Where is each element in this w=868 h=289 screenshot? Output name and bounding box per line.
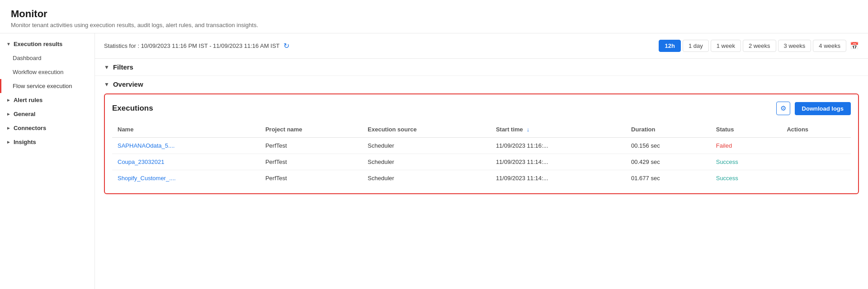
- chevron-right-icon: ►: [6, 98, 11, 103]
- executions-actions: ⚙ Download logs: [776, 102, 851, 115]
- col-name: Name: [112, 121, 260, 138]
- page-header: Monitor Monitor tenant activities using …: [0, 0, 868, 33]
- col-start-time[interactable]: Start time ↓: [491, 121, 626, 138]
- cell-duration: 00.156 sec: [626, 138, 711, 154]
- time-btn-3weeks[interactable]: 3 weeks: [778, 40, 811, 52]
- cell-execution-source: Scheduler: [362, 170, 491, 186]
- cell-actions: [781, 154, 851, 170]
- cell-duration: 01.677 sec: [626, 170, 711, 186]
- cell-actions: [781, 138, 851, 154]
- overview-chevron-icon: ▼: [104, 81, 109, 88]
- sidebar: ▼ Execution results Dashboard Workflow e…: [0, 33, 95, 289]
- sidebar-group-alert-rules[interactable]: ► Alert rules: [0, 93, 94, 107]
- sidebar-section-execution-results: ▼ Execution results Dashboard Workflow e…: [0, 37, 94, 93]
- cell-name[interactable]: Coupa_23032021: [112, 154, 260, 170]
- time-btn-1day[interactable]: 1 day: [683, 40, 709, 52]
- sidebar-group-insights[interactable]: ► Insights: [0, 135, 94, 149]
- refresh-icon[interactable]: ↻: [283, 42, 289, 50]
- time-btn-12h[interactable]: 12h: [659, 40, 680, 52]
- sidebar-group-label: Execution results: [14, 41, 62, 47]
- col-actions: Actions: [781, 121, 851, 138]
- sidebar-item-flow-service-execution[interactable]: Flow service execution: [0, 79, 94, 93]
- sidebar-connectors-label: Connectors: [14, 125, 46, 131]
- cell-project-name: PerfTest: [260, 170, 362, 186]
- page-subtitle: Monitor tenant activities using executio…: [11, 22, 857, 28]
- cell-name[interactable]: Shopify_Customer_....: [112, 170, 260, 186]
- executions-container: Executions ⚙ Download logs Name Project …: [104, 93, 859, 194]
- overview-label: Overview: [113, 80, 143, 88]
- cell-execution-source: Scheduler: [362, 154, 491, 170]
- executions-table: Name Project name Execution source Start…: [112, 121, 851, 186]
- cell-start-time: 11/09/2023 11:14:...: [491, 170, 626, 186]
- calendar-icon[interactable]: 📅: [850, 42, 859, 50]
- sidebar-item-workflow-execution[interactable]: Workflow execution: [0, 65, 94, 79]
- cell-status: Failed: [711, 138, 782, 154]
- status-badge: Failed: [716, 142, 732, 149]
- cell-name[interactable]: SAPHANAOdata_5....: [112, 138, 260, 154]
- sidebar-alert-rules-label: Alert rules: [14, 97, 42, 103]
- col-project-name: Project name: [260, 121, 362, 138]
- cell-status: Success: [711, 154, 782, 170]
- chevron-right-icon-general: ►: [6, 112, 11, 117]
- col-duration: Duration: [626, 121, 711, 138]
- chevron-right-icon-insights: ►: [6, 140, 11, 144]
- sort-desc-icon: ↓: [527, 126, 530, 133]
- chevron-right-icon-connectors: ►: [6, 126, 11, 131]
- col-status: Status: [711, 121, 782, 138]
- settings-button[interactable]: ⚙: [776, 102, 790, 115]
- time-btn-1week[interactable]: 1 week: [711, 40, 741, 52]
- sidebar-group-general[interactable]: ► General: [0, 107, 94, 121]
- table-row: Shopify_Customer_.... PerfTest Scheduler…: [112, 170, 851, 186]
- overview-header[interactable]: ▼ Overview: [104, 80, 859, 88]
- status-badge: Success: [716, 175, 738, 182]
- table-row: Coupa_23032021 PerfTest Scheduler 11/09/…: [112, 154, 851, 170]
- executions-title: Executions: [112, 104, 153, 113]
- sidebar-item-dashboard[interactable]: Dashboard: [0, 51, 94, 65]
- filters-header[interactable]: ▼ Filters: [104, 63, 859, 71]
- stats-bar: Statistics for : 10/09/2023 11:16 PM IST…: [95, 33, 868, 59]
- table-row: SAPHANAOdata_5.... PerfTest Scheduler 11…: [112, 138, 851, 154]
- sidebar-general-label: General: [14, 111, 35, 117]
- sidebar-group-execution-results[interactable]: ▼ Execution results: [0, 37, 94, 51]
- cell-actions: [781, 170, 851, 186]
- overview-section: ▼ Overview: [95, 76, 868, 88]
- cell-project-name: PerfTest: [260, 154, 362, 170]
- filters-label: Filters: [113, 63, 133, 71]
- download-logs-button[interactable]: Download logs: [795, 102, 851, 115]
- cell-duration: 00.429 sec: [626, 154, 711, 170]
- cell-start-time: 11/09/2023 11:16:...: [491, 138, 626, 154]
- stats-text: Statistics for : 10/09/2023 11:16 PM IST…: [104, 42, 280, 49]
- time-btn-2weeks[interactable]: 2 weeks: [743, 40, 776, 52]
- time-btn-4weeks[interactable]: 4 weeks: [813, 40, 846, 52]
- cell-status: Success: [711, 170, 782, 186]
- executions-header: Executions ⚙ Download logs: [112, 102, 851, 115]
- cell-project-name: PerfTest: [260, 138, 362, 154]
- status-badge: Success: [716, 158, 738, 165]
- col-execution-source: Execution source: [362, 121, 491, 138]
- filters-section: ▼ Filters: [95, 59, 868, 76]
- sidebar-group-connectors[interactable]: ► Connectors: [0, 121, 94, 135]
- page-title: Monitor: [11, 8, 857, 20]
- sidebar-insights-label: Insights: [14, 139, 36, 145]
- cell-execution-source: Scheduler: [362, 138, 491, 154]
- filters-chevron-icon: ▼: [104, 64, 109, 70]
- chevron-down-icon: ▼: [6, 42, 11, 47]
- stats-text-container: Statistics for : 10/09/2023 11:16 PM IST…: [104, 42, 289, 50]
- table-header-row: Name Project name Execution source Start…: [112, 121, 851, 138]
- content-area: Statistics for : 10/09/2023 11:16 PM IST…: [95, 33, 868, 289]
- time-filters: 12h 1 day 1 week 2 weeks 3 weeks 4 weeks…: [659, 40, 859, 52]
- cell-start-time: 11/09/2023 11:14:...: [491, 154, 626, 170]
